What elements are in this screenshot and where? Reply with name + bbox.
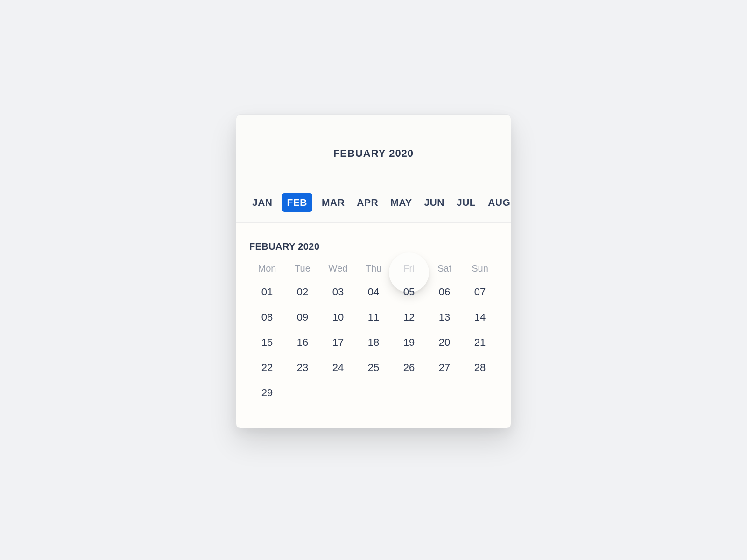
day-03[interactable]: 03 bbox=[320, 285, 356, 299]
calendar-header: FEBUARY 2020 JANFEBMARAPRMAYJUNJULAUG bbox=[236, 115, 511, 223]
month-may[interactable]: MAY bbox=[388, 194, 415, 211]
month-jun[interactable]: JUN bbox=[421, 194, 447, 211]
day-13[interactable]: 13 bbox=[427, 310, 462, 324]
day-07[interactable]: 07 bbox=[462, 285, 498, 299]
day-02[interactable]: 02 bbox=[285, 285, 320, 299]
day-17[interactable]: 17 bbox=[320, 336, 356, 350]
day-12[interactable]: 12 bbox=[391, 310, 427, 324]
day-28[interactable]: 28 bbox=[462, 361, 498, 375]
day-05[interactable]: 05 bbox=[391, 285, 427, 299]
day-14[interactable]: 14 bbox=[462, 310, 498, 324]
month-jul[interactable]: JUL bbox=[454, 194, 479, 211]
weekday-mon: Mon bbox=[249, 263, 285, 274]
month-apr[interactable]: APR bbox=[354, 194, 381, 211]
day-09[interactable]: 09 bbox=[285, 310, 320, 324]
weekday-wed: Wed bbox=[320, 263, 356, 274]
weekday-fri: Fri bbox=[391, 263, 427, 274]
day-23[interactable]: 23 bbox=[285, 361, 320, 375]
day-08[interactable]: 08 bbox=[249, 310, 285, 324]
weekday-tue: Tue bbox=[285, 263, 320, 274]
month-mar[interactable]: MAR bbox=[319, 194, 347, 211]
calendar-body: FEBUARY 2020 MonTueWedThuFriSatSun 01020… bbox=[236, 223, 511, 428]
days-grid: 0102030405060708091011121314151617181920… bbox=[249, 285, 498, 400]
month-aug[interactable]: AUG bbox=[485, 194, 513, 211]
weekdays-row: MonTueWedThuFriSatSun bbox=[249, 263, 498, 274]
weekday-sun: Sun bbox=[462, 263, 498, 274]
day-11[interactable]: 11 bbox=[356, 310, 391, 324]
day-27[interactable]: 27 bbox=[427, 361, 462, 375]
month-feb[interactable]: FEB bbox=[282, 193, 313, 212]
day-24[interactable]: 24 bbox=[320, 361, 356, 375]
weekday-thu: Thu bbox=[356, 263, 391, 274]
day-18[interactable]: 18 bbox=[356, 336, 391, 350]
calendar-subtitle: FEBUARY 2020 bbox=[249, 241, 498, 252]
calendar-title: FEBUARY 2020 bbox=[236, 147, 511, 160]
day-26[interactable]: 26 bbox=[391, 361, 427, 375]
months-row: JANFEBMARAPRMAYJUNJULAUG bbox=[236, 193, 511, 222]
day-10[interactable]: 10 bbox=[320, 310, 356, 324]
day-19[interactable]: 19 bbox=[391, 336, 427, 350]
weekday-sat: Sat bbox=[427, 263, 462, 274]
day-15[interactable]: 15 bbox=[249, 336, 285, 350]
day-04[interactable]: 04 bbox=[356, 285, 391, 299]
calendar-card: FEBUARY 2020 JANFEBMARAPRMAYJUNJULAUG FE… bbox=[236, 114, 511, 428]
month-jan[interactable]: JAN bbox=[249, 194, 275, 211]
day-20[interactable]: 20 bbox=[427, 336, 462, 350]
day-06[interactable]: 06 bbox=[427, 285, 462, 299]
day-16[interactable]: 16 bbox=[285, 336, 320, 350]
day-21[interactable]: 21 bbox=[462, 336, 498, 350]
day-29[interactable]: 29 bbox=[249, 386, 285, 400]
day-01[interactable]: 01 bbox=[249, 285, 285, 299]
day-22[interactable]: 22 bbox=[249, 361, 285, 375]
day-25[interactable]: 25 bbox=[356, 361, 391, 375]
